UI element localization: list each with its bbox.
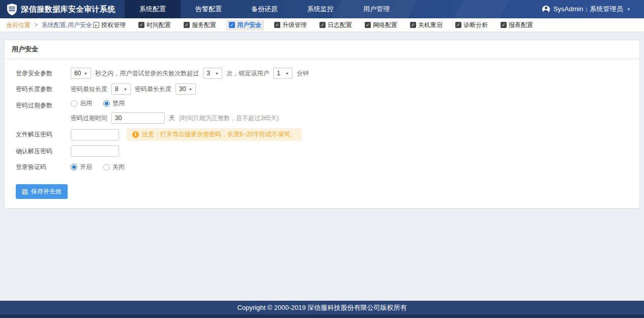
- tab-diagnosis[interactable]: 诊断分析: [453, 20, 490, 31]
- authorization-tab-icon: [93, 22, 99, 28]
- checkbox-icon: [319, 22, 326, 28]
- tab-time-config[interactable]: 时间配置: [136, 20, 173, 31]
- password-length-row: 密码长度参数 密码最短长度 8 密码最长长度 30: [5, 83, 639, 95]
- confirm-password-controls: [71, 146, 119, 157]
- dropdown-caret-icon: ▾: [627, 7, 630, 12]
- save-button-label: 保存并生效: [31, 187, 62, 196]
- checkbox-icon: [410, 22, 416, 28]
- tab-shutdown-restart[interactable]: 关机重启: [407, 20, 445, 31]
- expiry-disable-radio[interactable]: 禁用: [103, 99, 125, 108]
- tab-label: 服务配置: [192, 21, 216, 30]
- min-length-label: 密码最短长度: [71, 85, 107, 94]
- checkbox-icon: [365, 22, 371, 28]
- inline-text: 次，锁定该用户: [226, 69, 269, 78]
- min-length-select[interactable]: 8: [111, 83, 131, 95]
- expiry-time-input[interactable]: [111, 112, 165, 124]
- inline-text: 分钟: [297, 69, 309, 78]
- save-floppy-icon: [22, 189, 28, 195]
- main-content: 用户安全 登录安全参数 60 秒之内，用户尝试登录的失败次数超过 3 次，锁定该…: [0, 32, 644, 216]
- breadcrumb-path: 系统配置,用户安全: [42, 21, 92, 28]
- captcha-radio-group: 开启 关闭: [71, 163, 132, 171]
- panel-title: 用户安全: [5, 40, 639, 59]
- captcha-on-radio[interactable]: 开启: [71, 163, 92, 171]
- tab-label: 关机重启: [418, 21, 443, 30]
- password-length-label: 密码长度参数: [5, 85, 71, 94]
- tab-label: 时间配置: [147, 21, 171, 30]
- password-expiry-controls: 启用 禁用 密码过期时间 天 (时间只能为正整数，且不超过365天): [71, 99, 279, 124]
- checkbox-icon: [229, 22, 235, 28]
- select-value: 30: [179, 85, 186, 93]
- breadcrumb: 当前位置 > 系统配置,用户安全: [6, 21, 91, 30]
- tab-report-config[interactable]: 报表配置: [498, 20, 536, 31]
- file-password-input[interactable]: [71, 129, 119, 140]
- expiry-unit: 天: [169, 114, 175, 123]
- select-value: 8: [115, 85, 119, 93]
- radio-icon: [71, 100, 77, 107]
- fail-count-select[interactable]: 3: [203, 68, 222, 79]
- captcha-row: 登录验证码 开启 关闭: [5, 161, 639, 172]
- radio-label: 禁用: [112, 99, 125, 108]
- checkbox-icon: [455, 22, 461, 28]
- breadcrumb-prefix: 当前位置: [6, 21, 31, 28]
- tab-label: 报表配置: [509, 21, 533, 30]
- config-tabs: 授权管理 时间配置 服务配置 用户安全 升级管理 日志配置: [91, 20, 536, 31]
- nav-item-user-management[interactable]: 用户管理: [348, 0, 404, 18]
- radio-icon: [103, 164, 110, 170]
- brand: 深信服数据库安全审计系统: [0, 0, 125, 18]
- nav-item-system-config[interactable]: 系统配置: [125, 0, 181, 18]
- user-security-panel: 用户安全 登录安全参数 60 秒之内，用户尝试登录的失败次数超过 3 次，锁定该…: [4, 40, 640, 209]
- confirm-password-row: 确认解压密码: [5, 146, 639, 157]
- confirm-password-input[interactable]: [71, 146, 119, 157]
- user-label: SysAdmin：系统管理员: [553, 5, 623, 14]
- lock-minutes-select[interactable]: 1: [273, 68, 292, 79]
- user-avatar-icon: [542, 6, 550, 13]
- radio-checked-icon: [71, 164, 77, 170]
- tab-authorization[interactable]: 授权管理: [91, 20, 128, 31]
- logo-shield-icon: [7, 4, 17, 15]
- tab-label: 日志配置: [328, 21, 352, 30]
- main-menu: 系统配置 告警配置 备份还原 系统监控 用户管理: [125, 0, 404, 18]
- tab-label: 诊断分析: [463, 21, 488, 30]
- nav-item-system-monitor[interactable]: 系统监控: [292, 0, 348, 18]
- expiry-time-line: 密码过期时间 天 (时间只能为正整数，且不超过365天): [71, 112, 279, 124]
- max-length-label: 密码最长长度: [135, 85, 171, 94]
- tab-label: 升级管理: [282, 21, 307, 30]
- confirm-password-label: 确认解压密码: [5, 147, 71, 156]
- login-security-row: 登录安全参数 60 秒之内，用户尝试登录的失败次数超过 3 次，锁定该用户 1: [5, 68, 639, 79]
- tab-label: 用户安全: [237, 21, 261, 30]
- info-icon: [132, 131, 139, 138]
- radio-label: 启用: [80, 99, 92, 108]
- user-menu[interactable]: SysAdmin：系统管理员 ▾: [542, 0, 644, 18]
- footer-strip: [0, 314, 644, 318]
- checkbox-icon: [274, 22, 280, 28]
- tab-label: 授权管理: [101, 21, 126, 30]
- inline-text: 秒之内，用户尝试登录的失败次数超过: [95, 69, 199, 78]
- select-value: 1: [277, 70, 280, 77]
- breadcrumb-separator: >: [34, 21, 38, 28]
- captcha-label: 登录验证码: [5, 163, 71, 171]
- user-security-form: 登录安全参数 60 秒之内，用户尝试登录的失败次数超过 3 次，锁定该用户 1: [5, 59, 639, 208]
- captcha-off-radio[interactable]: 关闭: [103, 163, 125, 171]
- tab-upgrade[interactable]: 升级管理: [272, 20, 309, 31]
- tab-log-config[interactable]: 日志配置: [317, 20, 355, 31]
- nav-item-backup-restore[interactable]: 备份还原: [237, 0, 292, 18]
- radio-label: 关闭: [112, 163, 125, 171]
- lock-interval-select[interactable]: 60: [71, 68, 91, 79]
- tab-user-security[interactable]: 用户安全: [226, 20, 264, 31]
- password-expiry-label: 密码过期参数: [5, 99, 71, 110]
- max-length-select[interactable]: 30: [175, 83, 196, 95]
- tab-service-config[interactable]: 服务配置: [181, 20, 219, 31]
- nav-item-alert-config[interactable]: 告警配置: [181, 0, 237, 18]
- top-navbar: 深信服数据库安全审计系统 系统配置 告警配置 备份还原 系统监控 用户管理 Sy…: [0, 0, 644, 18]
- file-password-label: 文件解压密码: [5, 130, 71, 139]
- warning-text: 注意：打开导出报表所需密码，长度6~20字符或不填写。: [142, 130, 296, 139]
- radio-label: 开启: [80, 163, 92, 171]
- tab-network-config[interactable]: 网络配置: [362, 20, 400, 31]
- select-value: 3: [207, 70, 210, 77]
- login-security-label: 登录安全参数: [5, 69, 71, 78]
- expiry-enable-radio[interactable]: 启用: [71, 99, 92, 108]
- save-button[interactable]: 保存并生效: [16, 184, 68, 199]
- checkbox-icon: [184, 22, 190, 28]
- password-expiry-row: 密码过期参数 启用 禁用: [5, 99, 639, 124]
- expiry-time-label: 密码过期时间: [71, 114, 107, 123]
